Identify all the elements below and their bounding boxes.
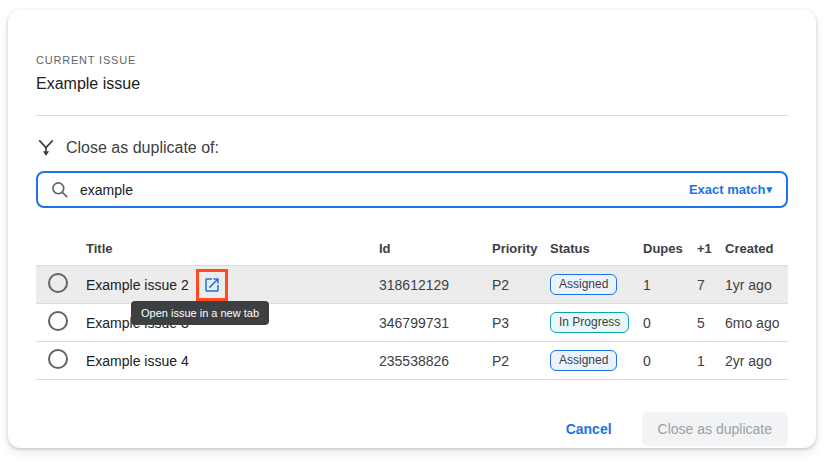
- column-header-status: Status: [550, 241, 643, 256]
- status-badge: Assigned: [550, 274, 617, 295]
- cell-id: 346799731: [379, 315, 492, 331]
- search-box: Exact match ▾: [36, 171, 788, 208]
- radio-button[interactable]: [48, 349, 68, 369]
- cell-title: Example issue 2: [86, 269, 379, 301]
- cell-dupes: 0: [643, 315, 697, 331]
- status-badge: In Progress: [550, 312, 629, 333]
- cell-priority: P2: [492, 353, 550, 369]
- merge-icon: [36, 138, 56, 158]
- cell-status: Assigned: [550, 274, 643, 295]
- column-header-dupes: Dupes: [643, 241, 697, 256]
- match-mode-label: Exact match: [689, 182, 766, 197]
- radio-button[interactable]: [48, 273, 68, 293]
- cancel-button[interactable]: Cancel: [562, 415, 616, 443]
- cell-priority: P2: [492, 277, 550, 293]
- highlight-box: [196, 269, 228, 301]
- close-as-duplicate-button[interactable]: Close as duplicate: [642, 412, 788, 446]
- section-heading: Close as duplicate of:: [36, 137, 788, 159]
- cell-plus-one: 1: [697, 353, 725, 369]
- cell-status: Assigned: [550, 350, 643, 371]
- current-issue-title: Example issue: [36, 75, 788, 93]
- cell-plus-one: 7: [697, 277, 725, 293]
- cell-dupes: 0: [643, 353, 697, 369]
- dialog-footer: Cancel Close as duplicate: [36, 412, 788, 446]
- divider: [36, 115, 788, 116]
- cell-title: Example issue 4: [86, 353, 379, 369]
- column-header-id: Id: [379, 241, 492, 256]
- section-heading-label: Close as duplicate of:: [66, 139, 219, 157]
- cell-created: 2yr ago: [725, 353, 788, 369]
- cell-created: 1yr ago: [725, 277, 788, 293]
- cell-dupes: 1: [643, 277, 697, 293]
- cell-priority: P3: [492, 315, 550, 331]
- cell-status: In Progress: [550, 312, 643, 333]
- match-mode-dropdown[interactable]: Exact match ▾: [689, 182, 772, 197]
- tooltip: Open issue in a new tab: [131, 301, 269, 325]
- cell-id: 318612129: [379, 277, 492, 293]
- status-badge: Assigned: [550, 350, 617, 371]
- cell-created: 6mo ago: [725, 315, 788, 331]
- close-as-duplicate-dialog: CURRENT ISSUE Example issue Close as dup…: [8, 10, 816, 448]
- search-icon: [50, 180, 70, 200]
- column-header-plus-one: +1: [697, 241, 725, 256]
- open-in-new-tab-icon[interactable]: [203, 276, 221, 294]
- column-header-created: Created: [725, 241, 788, 256]
- search-input[interactable]: [80, 182, 679, 198]
- column-header-priority: Priority: [492, 241, 550, 256]
- radio-button[interactable]: [48, 311, 68, 331]
- table-row[interactable]: Example issue 2 318612129 P2 Assigned 1 …: [36, 266, 788, 304]
- table-header-row: Title Id Priority Status Dupes +1 Create…: [36, 232, 788, 266]
- current-issue-label: CURRENT ISSUE: [36, 54, 788, 66]
- column-header-title: Title: [86, 241, 379, 256]
- table-row[interactable]: Example issue 4 235538826 P2 Assigned 0 …: [36, 342, 788, 380]
- cell-id: 235538826: [379, 353, 492, 369]
- cell-plus-one: 5: [697, 315, 725, 331]
- chevron-down-icon: ▾: [766, 183, 772, 196]
